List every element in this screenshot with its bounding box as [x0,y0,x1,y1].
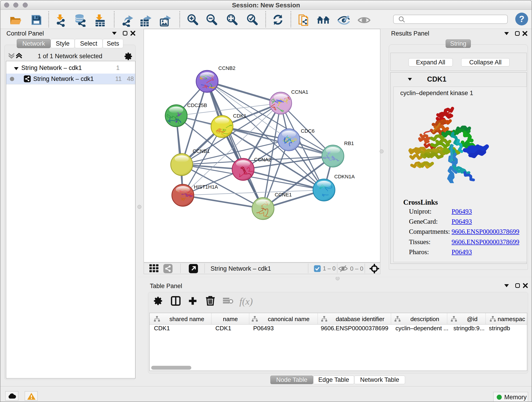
svg-text:RB1: RB1 [344,140,354,146]
svg-text:CCNB1: CCNB1 [193,148,210,154]
svg-text:HIST1H1A: HIST1H1A [194,184,218,190]
svg-text:?: ? [519,14,524,24]
svg-text:CDC6: CDC6 [301,128,315,134]
svg-text:CCNA2: CCNA2 [254,157,271,162]
svg-text:CDC25B: CDC25B [187,102,207,108]
svg-text:CDK1: CDK1 [233,113,247,119]
svg-text:CCNA1: CCNA1 [291,89,308,95]
svg-text:CCNE1: CCNE1 [275,192,292,198]
svg-text:CCNB2: CCNB2 [218,65,235,71]
svg-text:CDKN1A: CDKN1A [334,174,355,179]
